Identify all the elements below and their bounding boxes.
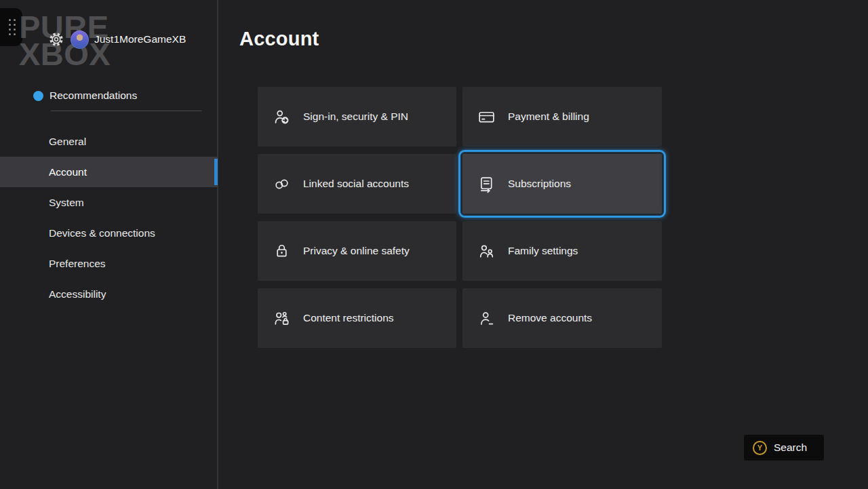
sidebar-item-preferences[interactable]: Preferences (0, 248, 218, 279)
family-icon (477, 242, 496, 260)
sidebar-item-system[interactable]: System (0, 187, 218, 218)
tile-privacy-online-safety[interactable]: Privacy & online safety (258, 221, 456, 281)
tile-content-restrictions[interactable]: Content restrictions (258, 288, 456, 348)
payment-card-icon (477, 108, 496, 126)
tile-remove-accounts[interactable]: Remove accounts (462, 288, 662, 348)
sidebar-item-accessibility[interactable]: Accessibility (0, 279, 218, 309)
y-button-icon: Y (753, 441, 767, 455)
recommendations-dot-icon (33, 91, 43, 101)
signin-security-icon (273, 108, 291, 126)
tile-subscriptions[interactable]: Subscriptions (462, 154, 662, 214)
xbox-settings-screen: PURE XBOX Just1MoreGameXB Recommendation… (0, 0, 868, 489)
sidebar-item-general[interactable]: General (0, 126, 218, 157)
profile-row: Just1MoreGameXB (47, 30, 186, 49)
sidebar-item-account[interactable]: Account (0, 157, 218, 187)
sidebar-item-label: System (49, 197, 84, 209)
sidebar-item-label: Account (49, 166, 87, 178)
sidebar-nav: General Account System Devices & connect… (0, 126, 218, 309)
tile-label: Family settings (508, 245, 578, 257)
tile-label: Remove accounts (508, 312, 592, 324)
sidebar-item-label: Preferences (49, 258, 106, 270)
tile-sign-in-security-pin[interactable]: Sign-in, security & PIN (258, 87, 456, 146)
tile-linked-social-accounts[interactable]: Linked social accounts (258, 154, 456, 214)
tile-label: Privacy & online safety (303, 245, 410, 257)
subscriptions-icon (477, 175, 496, 193)
tile-label: Sign-in, security & PIN (303, 111, 408, 123)
tile-label: Subscriptions (508, 178, 571, 190)
tile-label: Linked social accounts (303, 178, 409, 190)
sidebar-item-label: General (49, 136, 86, 148)
tile-payment-billing[interactable]: Payment & billing (462, 87, 662, 146)
settings-tile-grid: Sign-in, security & PIN Payment & billin… (258, 87, 662, 348)
tile-label: Content restrictions (303, 312, 394, 324)
content-restrictions-icon (273, 309, 291, 328)
sidebar-item-devices-connections[interactable]: Devices & connections (0, 218, 218, 248)
page-title: Account (239, 28, 319, 50)
privacy-lock-icon (273, 242, 291, 260)
linked-accounts-icon (273, 175, 291, 193)
username: Just1MoreGameXB (94, 33, 186, 45)
tile-label: Payment & billing (508, 111, 589, 123)
sidebar-item-label: Devices & connections (49, 227, 155, 239)
search-label: Search (774, 442, 807, 454)
grip-dots-icon (9, 19, 16, 35)
avatar (71, 31, 89, 49)
sidebar-item-label: Accessibility (49, 288, 106, 300)
recommendations-label: Recommendations (50, 90, 137, 102)
sidebar-item-recommendations[interactable]: Recommendations (33, 90, 137, 102)
recommendations-divider (51, 111, 201, 111)
search-button[interactable]: Y Search (744, 435, 824, 461)
remove-accounts-icon (477, 309, 496, 328)
tile-family-settings[interactable]: Family settings (462, 221, 662, 281)
gear-icon (47, 31, 65, 48)
